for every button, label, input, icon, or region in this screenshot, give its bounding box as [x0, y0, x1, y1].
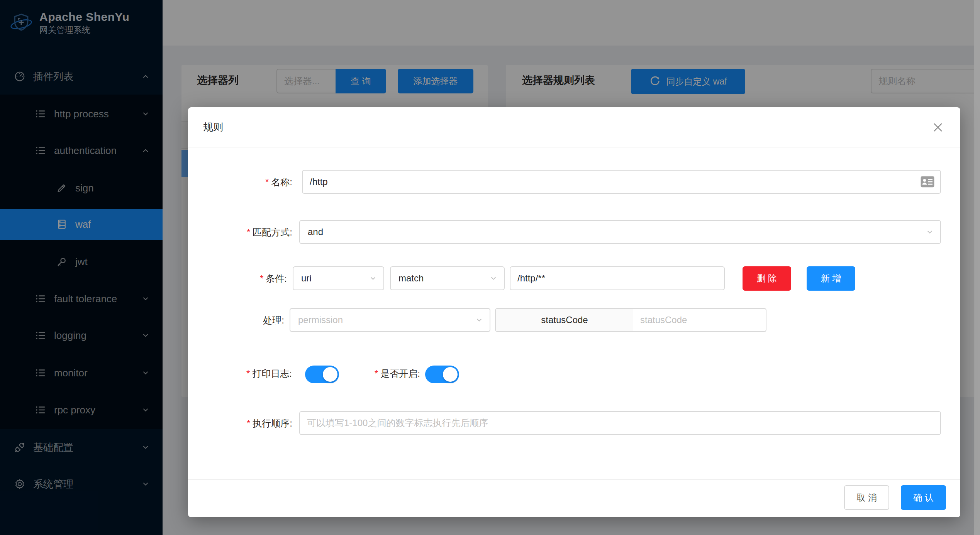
statuscode-input[interactable]	[633, 308, 766, 332]
condition-operator-select[interactable]: match	[390, 266, 505, 290]
chevron-down-icon	[369, 274, 377, 283]
match-mode-label: *匹配方式:	[188, 226, 292, 239]
add-condition-button[interactable]: 新 增	[807, 266, 855, 291]
cancel-button[interactable]: 取 消	[844, 485, 889, 510]
browser-scrollbar[interactable]	[974, 0, 980, 535]
match-mode-value: and	[308, 227, 323, 237]
handle-select[interactable]: permission	[290, 308, 490, 332]
order-input[interactable]	[299, 411, 941, 435]
log-label: *打印日志:	[188, 367, 292, 380]
chevron-down-icon	[926, 228, 934, 236]
order-label: *执行顺序:	[188, 417, 292, 430]
rule-modal: 规则 *名称: *匹配方式: and *条件: uri mat	[188, 107, 960, 517]
condition-label: *条件:	[188, 272, 287, 285]
required-asterisk: *	[265, 177, 269, 187]
modal-footer: 取 消 确 认	[188, 479, 960, 517]
chevron-down-icon	[475, 316, 483, 324]
required-asterisk: *	[375, 368, 378, 379]
handle-placeholder: permission	[298, 315, 343, 325]
enabled-label: *是否开启:	[335, 367, 420, 380]
enabled-toggle[interactable]	[425, 366, 459, 383]
idcard-autofill-icon[interactable]	[920, 175, 935, 188]
log-toggle[interactable]	[305, 366, 339, 383]
name-label: *名称:	[188, 176, 292, 189]
modal-header: 规则	[188, 107, 960, 147]
screen: Apache ShenYu 网关管理系统 插件列表 h	[0, 0, 980, 535]
required-asterisk: *	[247, 418, 250, 428]
statuscode-addon: statusCode	[495, 308, 634, 332]
required-asterisk: *	[247, 227, 250, 237]
condition-operator-value: match	[398, 273, 424, 284]
condition-param-select[interactable]: uri	[293, 266, 384, 290]
chevron-down-icon	[489, 274, 498, 283]
close-icon[interactable]	[932, 121, 944, 134]
match-mode-select[interactable]: and	[299, 220, 941, 244]
condition-param-value: uri	[301, 273, 312, 284]
toggle-knob	[443, 367, 458, 382]
required-asterisk: *	[246, 368, 250, 379]
confirm-button[interactable]: 确 认	[901, 485, 946, 510]
handle-label: 处理:	[188, 314, 284, 327]
delete-condition-button[interactable]: 删 除	[743, 266, 791, 291]
required-asterisk: *	[260, 273, 263, 284]
modal-title: 规则	[203, 120, 223, 134]
condition-value-input[interactable]	[510, 266, 725, 290]
name-input[interactable]	[302, 170, 941, 194]
